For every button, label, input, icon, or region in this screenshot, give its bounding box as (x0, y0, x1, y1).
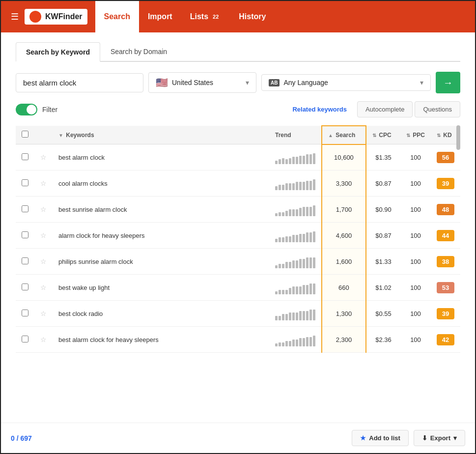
kd-cell: 53 (431, 275, 460, 301)
trend-bar (282, 212, 284, 216)
filter-left: Filter (16, 104, 57, 115)
trend-bar (282, 290, 284, 294)
trend-cell (269, 223, 322, 249)
hamburger-icon[interactable]: ☰ (7, 7, 23, 26)
kd-badge: 39 (437, 178, 454, 189)
trend-bar (306, 311, 308, 320)
trend-bar (285, 211, 288, 216)
trend-bar (289, 288, 291, 294)
trend-bar (285, 314, 288, 320)
tab-questions[interactable]: Questions (415, 101, 460, 117)
trend-bar (275, 316, 278, 320)
kd-badge: 38 (437, 256, 454, 267)
trend-chart (275, 176, 315, 190)
trend-bar (292, 157, 295, 164)
trend-bar (296, 286, 298, 294)
language-selector[interactable]: AB Any Language ▾ (261, 74, 431, 91)
row-checkbox[interactable] (22, 284, 28, 290)
sort-icon: ⇅ (372, 133, 376, 138)
favorite-icon[interactable]: ☆ (40, 153, 47, 161)
tab-search-by-domain[interactable]: Search by Domain (100, 42, 177, 61)
th-kd[interactable]: ⇅ KD (431, 126, 460, 144)
nav-search[interactable]: Search (95, 1, 139, 32)
nav-lists[interactable]: Lists 22 (181, 1, 230, 32)
table-row: ☆ alarm clock for heavy sleepers 4,600 $… (16, 223, 460, 249)
tab-autocomplete[interactable]: Autocomplete (357, 101, 413, 117)
row-star-cell: ☆ (34, 249, 53, 275)
favorite-icon[interactable]: ☆ (40, 231, 47, 239)
tab-related-keywords[interactable]: Related keywords (284, 101, 355, 117)
kd-badge: 53 (437, 282, 454, 293)
favorite-icon[interactable]: ☆ (40, 310, 47, 317)
row-checkbox[interactable] (22, 310, 28, 316)
search-button[interactable]: → (436, 72, 460, 93)
flag-icon: 🇺🇸 (156, 77, 168, 88)
trend-chart (275, 202, 315, 216)
table-row: ☆ best alarm clock for heavy sleepers 2,… (16, 327, 460, 353)
ppc-cell: 100 (400, 223, 431, 249)
row-checkbox[interactable] (22, 153, 28, 160)
row-checkbox[interactable] (22, 205, 28, 212)
trend-bar (279, 316, 281, 320)
favorite-icon[interactable]: ☆ (40, 336, 47, 343)
country-selector[interactable]: 🇺🇸 United States ▾ (148, 72, 256, 93)
th-star (34, 126, 53, 144)
table-row: ☆ best wake up light 660 $1.02 100 53 (16, 275, 460, 301)
row-checkbox-cell (16, 327, 34, 353)
table-footer: 0 / 697 ★ Add to list ⬇ Export ▾ (1, 423, 475, 453)
row-checkbox[interactable] (22, 179, 28, 186)
th-ppc[interactable]: ⇅ PPC (400, 126, 431, 144)
trend-bar (292, 209, 295, 216)
keywords-table-wrapper: ▼ Keywords Trend ▲ Search ⇅ CPC (16, 125, 460, 353)
kd-badge: 44 (437, 230, 454, 241)
favorite-icon[interactable]: ☆ (40, 257, 47, 265)
trend-cell (269, 197, 322, 223)
ppc-cell: 100 (400, 144, 431, 170)
trend-cell (269, 301, 322, 327)
logo-text: KWFinder (45, 12, 83, 21)
favorite-icon[interactable]: ☆ (40, 284, 47, 291)
keyword-input[interactable] (16, 73, 143, 92)
trend-bar (299, 234, 302, 242)
tab-search-by-keyword[interactable]: Search by Keyword (16, 42, 100, 62)
trend-bar (275, 239, 278, 242)
trend-bar (292, 235, 295, 242)
kd-cell: 38 (431, 249, 460, 275)
trend-cell (269, 249, 322, 275)
nav-history[interactable]: History (230, 1, 275, 32)
trend-bar (299, 259, 302, 268)
table-header: ▼ Keywords Trend ▲ Search ⇅ CPC (16, 126, 460, 144)
kd-cell: 48 (431, 197, 460, 223)
trend-cell (269, 144, 322, 170)
trend-bar (289, 312, 291, 320)
kd-badge: 42 (437, 334, 454, 345)
favorite-icon[interactable]: ☆ (40, 205, 47, 213)
trend-bar (303, 259, 305, 268)
sort-icon: ▲ (328, 133, 333, 138)
trend-chart (275, 333, 315, 346)
cpc-cell: $0.87 (366, 170, 400, 197)
th-search[interactable]: ▲ Search (322, 126, 366, 144)
add-to-list-button[interactable]: ★ Add to list (352, 430, 409, 446)
row-checkbox[interactable] (22, 231, 28, 238)
chevron-down-icon: ▾ (246, 79, 249, 86)
cpc-cell: $1.33 (366, 249, 400, 275)
row-checkbox-cell (16, 144, 34, 170)
kd-cell: 39 (431, 170, 460, 197)
trend-bar (313, 153, 315, 164)
trend-chart (275, 307, 315, 320)
scrollbar[interactable] (456, 125, 460, 150)
export-button[interactable]: ⬇ Export ▾ (414, 430, 465, 446)
kd-cell: 39 (431, 301, 460, 327)
favorite-icon[interactable]: ☆ (40, 179, 47, 187)
filter-toggle[interactable] (16, 104, 37, 115)
nav-import[interactable]: Import (139, 1, 181, 32)
row-checkbox[interactable] (22, 257, 28, 264)
search-volume-cell: 3,300 (322, 170, 366, 197)
trend-bar (292, 183, 295, 190)
th-cpc[interactable]: ⇅ CPC (366, 126, 400, 144)
row-checkbox[interactable] (22, 336, 28, 342)
trend-bar (289, 341, 291, 346)
select-all-checkbox[interactable] (22, 131, 28, 138)
th-keywords[interactable]: ▼ Keywords (53, 126, 269, 144)
